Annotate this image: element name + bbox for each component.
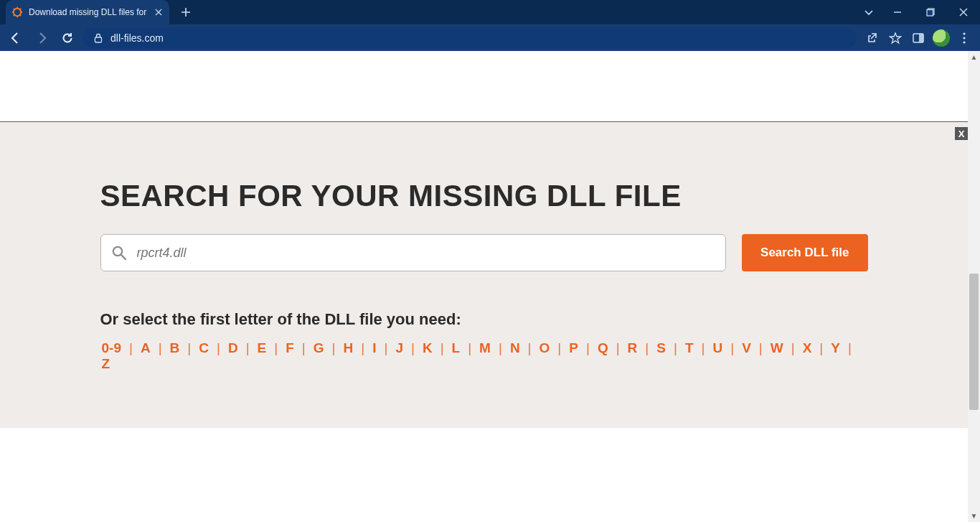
letter-separator: | [522,340,538,356]
letter-separator: | [753,340,769,356]
window-maximize-button[interactable] [914,0,947,24]
letter-link-l[interactable]: L [451,340,462,356]
letter-link-u[interactable]: U [711,340,724,356]
letter-separator: | [492,340,509,356]
scroll-up-icon[interactable]: ▲ [968,51,980,63]
letter-link-d[interactable]: D [227,340,240,356]
letter-link-k[interactable]: K [421,340,434,356]
svg-point-16 [963,41,965,43]
close-ad-label: X [958,129,965,139]
share-icon[interactable] [862,28,882,48]
letter-separator: | [667,340,684,356]
letter-link-0-9[interactable]: 0-9 [100,340,123,356]
svg-line-5 [14,9,15,10]
letter-separator: | [785,340,801,356]
letter-separator: | [551,340,567,356]
url-text: dll-files.com [110,32,164,44]
top-banner-area [0,51,980,122]
letter-link-o[interactable]: O [538,340,552,356]
letter-link-p[interactable]: P [567,340,580,356]
toolbar-right-group [862,28,974,48]
svg-line-8 [20,9,22,10]
side-panel-icon[interactable] [908,28,928,48]
letter-link-c[interactable]: C [197,340,210,356]
letter-link-b[interactable]: B [169,340,182,356]
search-hero-section: SEARCH FOR YOUR MISSING DLL FILE Search … [0,122,968,408]
letter-link-j[interactable]: J [394,340,405,356]
back-button[interactable] [6,28,26,48]
letter-separator: | [377,340,394,356]
letter-separator: | [610,340,626,356]
letter-link-z[interactable]: Z [100,356,112,372]
svg-rect-13 [919,34,923,42]
letter-separator: | [461,340,478,356]
tab-close-icon[interactable] [154,7,164,17]
browser-tab[interactable]: Download missing DLL files for fr [6,0,169,24]
letter-separator: | [354,340,371,356]
letter-separator: | [580,340,596,356]
tab-title: Download missing DLL files for fr [29,7,148,17]
scrollbar-thumb[interactable] [969,274,979,410]
svg-point-15 [963,37,965,39]
letter-separator: | [123,340,139,356]
letter-separator: | [181,340,197,356]
letter-link-m[interactable]: M [478,340,492,356]
letter-link-y[interactable]: Y [829,340,842,356]
letter-separator: | [405,340,421,356]
search-box[interactable] [100,234,727,271]
letter-link-g[interactable]: G [312,340,326,356]
letter-link-n[interactable]: N [509,340,522,356]
letter-link-s[interactable]: S [655,340,667,356]
search-row: Search DLL file [100,234,868,271]
svg-line-7 [14,15,15,17]
svg-line-6 [20,15,22,17]
scrollbar-track[interactable]: ▲ ▼ [968,51,980,522]
window-close-button[interactable] [947,0,980,24]
browser-toolbar: dll-files.com [0,24,980,51]
letter-separator: | [434,340,451,356]
window-minimize-button[interactable] [881,0,914,24]
browser-menu-button[interactable] [954,28,974,48]
hero-title: SEARCH FOR YOUR MISSING DLL FILE [100,180,868,213]
letter-link-i[interactable]: I [371,340,377,356]
tab-favicon-icon [11,6,23,18]
letter-link-q[interactable]: Q [596,340,610,356]
letter-link-x[interactable]: X [801,340,814,356]
letter-separator: | [296,340,312,356]
reload-button[interactable] [57,28,77,48]
new-tab-button[interactable] [176,3,195,22]
letter-separator: | [724,340,740,356]
search-icon [111,245,127,261]
tab-search-chevron-icon[interactable] [857,0,881,24]
letter-link-t[interactable]: T [684,340,695,356]
close-ad-button[interactable]: X [955,127,968,140]
letter-link-h[interactable]: H [341,340,354,356]
letter-link-w[interactable]: W [769,340,785,356]
window-controls [857,0,980,24]
window-titlebar: Download missing DLL files for fr [0,0,980,24]
page-viewport: X SEARCH FOR YOUR MISSING DLL FILE Searc… [0,51,980,522]
search-button[interactable]: Search DLL file [742,234,867,271]
avatar-icon [933,29,950,47]
forward-button[interactable] [32,28,52,48]
lock-icon [93,33,103,43]
search-input[interactable] [137,246,716,261]
svg-rect-10 [927,10,933,17]
letter-link-r[interactable]: R [626,340,639,356]
letter-separator: | [268,340,284,356]
letter-separator: | [210,340,227,356]
profile-avatar[interactable] [931,28,951,48]
letter-link-e[interactable]: E [256,340,268,356]
letter-separator: | [326,340,342,356]
letter-link-a[interactable]: A [139,340,152,356]
scroll-down-icon[interactable]: ▼ [968,510,980,522]
letter-separator: | [813,340,829,356]
address-bar[interactable]: dll-files.com [83,28,857,48]
bookmark-star-icon[interactable] [885,28,905,48]
letter-separator: | [639,340,655,356]
letter-index: 0-9|A|B|C|D|E|F|G|H|I|J|K|L|M|N|O|P|Q|R|… [100,340,868,372]
letter-separator: | [240,340,256,356]
letter-link-v[interactable]: V [740,340,753,356]
letter-link-f[interactable]: F [284,340,296,356]
svg-point-14 [963,32,965,34]
